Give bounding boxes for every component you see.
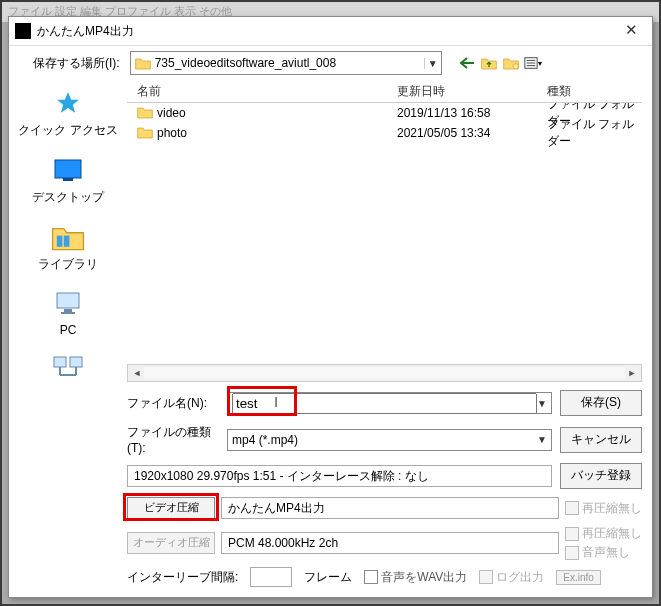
chevron-down-icon[interactable]: ▼ — [424, 58, 441, 69]
no-recompress-video-checkbox: 再圧縮無し — [565, 500, 642, 517]
scroll-right-icon[interactable]: ► — [625, 368, 639, 378]
column-type[interactable]: 種類 — [547, 83, 642, 100]
save-in-label: 保存する場所(I): — [33, 55, 120, 72]
horizontal-scrollbar[interactable]: ◄ ► — [127, 364, 642, 382]
file-date: 2021/05/05 13:34 — [397, 126, 547, 140]
close-button[interactable]: ✕ — [610, 17, 652, 45]
bottom-panel: ファイル名(N): Ⅰ ▼ 保存(S) ファイルの種類(T): mp4 (*.m… — [9, 382, 652, 597]
checkbox-icon — [364, 570, 378, 584]
filetype-label: ファイルの種類(T): — [127, 424, 219, 455]
sidebar-item-label: PC — [13, 323, 123, 337]
pc-icon — [50, 289, 86, 319]
checkbox-label: 音声をWAV出力 — [381, 569, 467, 586]
svg-rect-10 — [64, 309, 72, 312]
checkbox-icon — [565, 527, 579, 541]
file-type: ファイル フォルダー — [547, 116, 642, 150]
frame-unit-label: フレーム — [304, 569, 352, 586]
dialog-title: かんたんMP4出力 — [37, 23, 610, 40]
svg-rect-9 — [57, 293, 79, 308]
desktop-icon — [50, 155, 86, 185]
svg-rect-11 — [61, 312, 75, 314]
svg-rect-13 — [70, 357, 82, 367]
folder-icon — [137, 105, 153, 122]
checkbox-label: 再圧縮無し — [582, 500, 642, 517]
column-date[interactable]: 更新日時 — [397, 83, 547, 100]
checkbox-label: 再圧縮無し — [582, 525, 642, 542]
audio-codec-button: オーディオ圧縮 — [127, 532, 215, 554]
location-toolbar: 保存する場所(I): 735_videoeditsoftware_aviutl_… — [9, 46, 652, 80]
file-name: video — [157, 106, 186, 120]
save-dialog: かんたんMP4出力 ✕ 保存する場所(I): 735_videoeditsoft… — [8, 16, 653, 598]
log-output-checkbox: ログ出力 — [479, 569, 544, 586]
network-icon — [50, 353, 86, 383]
video-info-box: 1920x1080 29.970fps 1:51 - インターレース解除 : な… — [127, 465, 552, 487]
svg-rect-5 — [55, 160, 81, 178]
sidebar-item-quick-access[interactable]: クイック アクセス — [13, 88, 123, 139]
no-recompress-audio-checkbox: 再圧縮無し — [565, 525, 642, 542]
filetype-value: mp4 (*.mp4) — [232, 433, 298, 447]
interleave-value-input[interactable] — [250, 567, 292, 587]
wav-output-checkbox[interactable]: 音声をWAV出力 — [364, 569, 467, 586]
app-icon — [15, 23, 31, 39]
filename-input[interactable]: Ⅰ ▼ — [227, 392, 552, 414]
interleave-label: インターリーブ間隔: — [127, 569, 238, 586]
file-name: photo — [157, 126, 187, 140]
location-combo[interactable]: 735_videoeditsoftware_aviutl_008 ▼ — [130, 51, 442, 75]
column-headers[interactable]: 名前 更新日時 種類 — [127, 80, 642, 103]
checkbox-icon — [565, 501, 579, 515]
no-audio-checkbox: 音声無し — [565, 544, 642, 561]
video-codec-value: かんたんMP4出力 — [221, 497, 559, 519]
checkbox-icon — [479, 570, 493, 584]
folder-icon — [137, 125, 153, 142]
star-icon — [50, 88, 86, 118]
chevron-down-icon[interactable]: ▼ — [537, 434, 547, 445]
folder-icon — [135, 56, 151, 70]
up-one-level-icon[interactable] — [480, 54, 498, 72]
chevron-down-icon: ▾ — [538, 59, 542, 68]
sidebar-item-library[interactable]: ライブラリ — [13, 222, 123, 273]
chevron-down-icon[interactable]: ▼ — [537, 398, 547, 409]
filename-label: ファイル名(N): — [127, 395, 219, 412]
new-folder-icon[interactable] — [502, 54, 520, 72]
sidebar-item-label: ライブラリ — [13, 256, 123, 273]
svg-rect-7 — [57, 236, 63, 247]
file-list-area: 名前 更新日時 種類 video 2019/11/13 16:58 ファイル フ… — [127, 80, 642, 382]
cancel-button[interactable]: キャンセル — [560, 427, 642, 453]
sidebar-item-label: デスクトップ — [13, 189, 123, 206]
audio-codec-value: PCM 48.000kHz 2ch — [221, 532, 559, 554]
svg-rect-12 — [54, 357, 66, 367]
batch-register-button[interactable]: バッチ登録 — [560, 463, 642, 489]
titlebar: かんたんMP4出力 ✕ — [9, 17, 652, 46]
back-icon[interactable] — [458, 54, 476, 72]
file-date: 2019/11/13 16:58 — [397, 106, 547, 120]
library-icon — [50, 222, 86, 252]
filename-field[interactable] — [232, 393, 537, 414]
scroll-track[interactable] — [144, 367, 625, 379]
checkbox-label: ログ出力 — [496, 569, 544, 586]
checkbox-label: 音声無し — [582, 544, 630, 561]
sidebar-item-label: クイック アクセス — [13, 122, 123, 139]
sidebar-item-desktop[interactable]: デスクトップ — [13, 155, 123, 206]
list-item[interactable]: photo 2021/05/05 13:34 ファイル フォルダー — [127, 123, 642, 143]
places-sidebar: クイック アクセス デスクトップ ライブラリ — [9, 80, 127, 382]
scroll-left-icon[interactable]: ◄ — [130, 368, 144, 378]
exinfo-button[interactable]: Ex.info — [556, 570, 601, 585]
video-codec-button[interactable]: ビデオ圧縮 — [127, 497, 215, 519]
column-name[interactable]: 名前 — [127, 83, 397, 100]
save-button[interactable]: 保存(S) — [560, 390, 642, 416]
filetype-combo[interactable]: mp4 (*.mp4) ▼ — [227, 429, 552, 451]
checkbox-icon — [565, 546, 579, 560]
svg-point-0 — [513, 64, 518, 69]
svg-rect-6 — [63, 178, 73, 181]
sidebar-item-pc[interactable]: PC — [13, 289, 123, 337]
svg-rect-8 — [64, 236, 70, 247]
view-menu-icon[interactable]: ▾ — [524, 54, 542, 72]
file-listing[interactable]: video 2019/11/13 16:58 ファイル フォルダー photo … — [127, 103, 642, 364]
location-text: 735_videoeditsoftware_aviutl_008 — [155, 56, 424, 70]
